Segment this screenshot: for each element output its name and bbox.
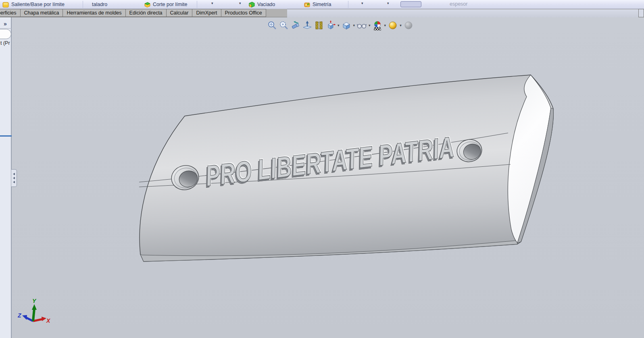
tab-herramientas-de-moldes[interactable]: Herramientas de moldes: [63, 9, 125, 17]
cut-limit-label: Corte por límite: [153, 2, 187, 7]
shell-icon: [248, 1, 255, 8]
flyout-caret[interactable]: ▾: [361, 1, 363, 5]
tab-label: Herramientas de moldes: [67, 10, 121, 16]
tab-label: perficies: [0, 10, 17, 16]
view-orientation-caret[interactable]: ▾: [338, 23, 340, 27]
triad-x-label: X: [46, 317, 51, 324]
hide-show-items-icon[interactable]: [356, 20, 367, 31]
tab-calcular[interactable]: Calcular: [166, 9, 193, 17]
flyout-caret[interactable]: ▾: [387, 1, 389, 5]
section-view-icon[interactable]: [314, 20, 324, 31]
previous-view-icon[interactable]: [290, 20, 301, 31]
boss-base-limit-label: Saliente/Base por límite: [11, 2, 65, 7]
triad-y-label: Y: [32, 298, 37, 304]
cut-limit-button[interactable]: Corte por límite: [144, 0, 187, 9]
tab-superficies[interactable]: perficies: [0, 9, 21, 17]
tab-label: Edición directa: [129, 10, 163, 16]
heads-up-view-toolbar: ▾ ▾ ▾ ▾ ▾: [267, 20, 414, 31]
edit-appearance-icon[interactable]: [372, 20, 383, 31]
display-style-caret[interactable]: ▾: [353, 23, 355, 27]
vaciado-label: Vaciado: [257, 2, 275, 7]
boss-base-limit-button[interactable]: Saliente/Base por límite: [2, 0, 65, 9]
tab-strip: perficies Chapa metálica Herramientas de…: [0, 9, 287, 17]
tabbar-empty-area: [287, 9, 638, 17]
orientation-triad: Z X Y: [17, 298, 51, 324]
part-tree-label: t (Pr: [0, 40, 12, 46]
tab-chapa-metalica[interactable]: Chapa metálica: [20, 9, 63, 17]
triad-z-arrow: [22, 315, 27, 320]
flyout-caret[interactable]: ▾: [239, 1, 241, 5]
taladro-button[interactable]: taladro: [92, 0, 107, 9]
zoom-to-area-icon[interactable]: [279, 20, 289, 31]
tabbar-end-box: [638, 9, 644, 17]
part-body[interactable]: PRO LIBERTATE PATRIA PRO LIBERTATE PATRI…: [139, 75, 553, 261]
panel-highlight-line: [0, 135, 12, 137]
tab-label: Productos Office: [225, 10, 262, 16]
graphics-viewport[interactable]: PRO LIBERTATE PATRIA PRO LIBERTATE PATRI…: [0, 17, 644, 338]
ribbon-separator: [83, 1, 83, 8]
apply-scene-icon[interactable]: [388, 20, 398, 31]
vaciado-button[interactable]: Vaciado: [248, 0, 275, 9]
panel-splitter-handle[interactable]: [11, 169, 17, 187]
feature-manager-flyout-tab[interactable]: [0, 29, 11, 39]
view-settings-icon[interactable]: [403, 20, 414, 31]
espesor-input[interactable]: [400, 1, 421, 7]
command-manager-tabbar: perficies Chapa metálica Herramientas de…: [0, 9, 644, 17]
taladro-label: taladro: [92, 2, 107, 7]
triad-y-arrow: [32, 304, 37, 310]
normal-to-icon[interactable]: [302, 20, 313, 31]
triad-y-axis: [33, 309, 34, 321]
triad-x-axis: [33, 319, 43, 321]
flyout-caret[interactable]: ▾: [211, 1, 213, 5]
triad-x-arrow: [42, 317, 46, 321]
mirror-icon: [304, 1, 311, 8]
triad-z-label: Z: [17, 312, 21, 319]
simetria-label: Simetría: [313, 2, 331, 7]
splitter-arrow-icon: [13, 181, 15, 183]
tab-label: Chapa metálica: [24, 10, 59, 16]
espesor-label: espesor: [450, 1, 467, 7]
cut-limit-icon: [144, 1, 151, 8]
ribbon-toolbar: Saliente/Base por límite taladro Corte p…: [0, 0, 644, 9]
simetria-button[interactable]: Simetría: [304, 0, 331, 9]
model-canvas: PRO LIBERTATE PATRIA PRO LIBERTATE PATRI…: [0, 17, 644, 338]
tab-edicion-directa[interactable]: Edición directa: [125, 9, 167, 17]
tab-label: DimXpert: [196, 10, 217, 16]
ribbon-separator: [197, 1, 197, 8]
tab-dimxpert[interactable]: DimXpert: [192, 9, 221, 17]
zoom-to-fit-icon[interactable]: [267, 20, 277, 31]
splitter-arrow-icon: [13, 177, 15, 179]
expand-panel-chevron[interactable]: »: [4, 21, 7, 27]
view-orientation-icon[interactable]: [325, 20, 336, 31]
apply-scene-caret[interactable]: ▾: [400, 23, 402, 27]
feature-manager-panel: » t (Pr: [0, 17, 12, 338]
tab-label: Calcular: [170, 10, 189, 16]
ribbon-separator: [348, 1, 348, 8]
panel-separator: [0, 28, 12, 29]
edit-appearance-caret[interactable]: ▾: [384, 23, 386, 27]
tab-productos-office[interactable]: Productos Office: [221, 9, 266, 17]
boss-base-limit-icon: [2, 1, 9, 8]
splitter-arrow-icon: [13, 173, 15, 175]
display-style-icon[interactable]: [341, 20, 352, 31]
hide-show-items-caret[interactable]: ▾: [369, 23, 371, 27]
